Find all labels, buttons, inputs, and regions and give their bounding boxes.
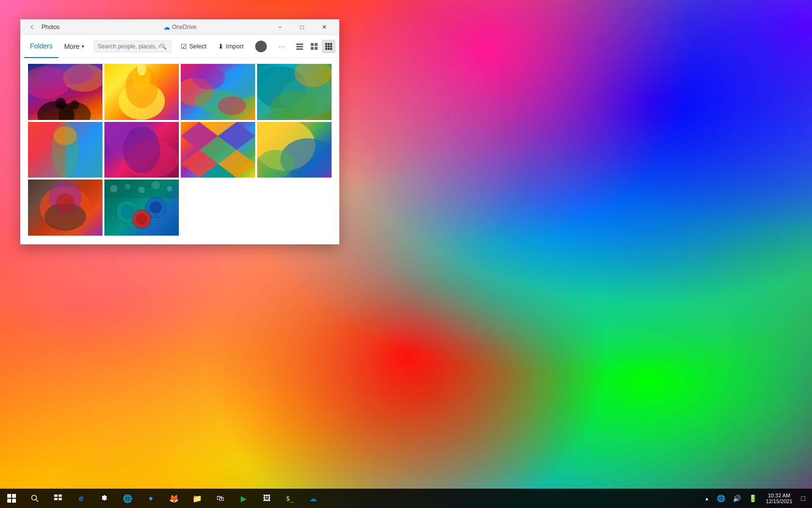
svg-point-63	[149, 201, 161, 213]
taskbar-apps: e 🌐 ● 🦊 📁 🛍 ▶ 🖼 $_ ☁	[70, 489, 325, 508]
svg-point-69	[151, 181, 160, 189]
svg-rect-0	[296, 44, 303, 45]
close-button[interactable]: ✕	[313, 19, 335, 35]
minimize-button[interactable]: −	[269, 19, 291, 35]
svg-point-30	[192, 66, 225, 90]
taskbar-photos-button[interactable]: 🖼	[255, 489, 278, 508]
person-button[interactable]	[251, 39, 271, 54]
photo-item[interactable]	[104, 122, 179, 178]
large-grid-button[interactable]	[322, 40, 335, 53]
select-icon: ☑	[181, 43, 187, 50]
svg-rect-79	[54, 498, 58, 500]
svg-point-39	[54, 126, 77, 145]
photo-item[interactable]	[28, 64, 102, 120]
select-button[interactable]: ☑ Select	[177, 41, 210, 52]
taskbar-edge-button[interactable]: e	[70, 489, 93, 508]
svg-rect-78	[58, 494, 62, 497]
svg-point-62	[121, 205, 135, 219]
svg-point-58	[56, 194, 75, 212]
toolbar-actions: ☑ Select ⬇ Import ···	[177, 39, 335, 54]
photo-item[interactable]	[257, 64, 332, 120]
svg-point-31	[218, 96, 246, 115]
show-hidden-icons-button[interactable]: ▲	[702, 495, 712, 502]
sound-icon[interactable]: 🔊	[730, 493, 744, 503]
svg-rect-74	[12, 499, 16, 503]
svg-rect-3	[311, 43, 314, 46]
notifications-button[interactable]: □	[798, 493, 808, 503]
svg-point-70	[167, 186, 173, 192]
tab-more[interactable]: More ▾	[60, 35, 88, 58]
svg-rect-77	[54, 494, 58, 497]
maximize-button[interactable]: □	[291, 19, 313, 35]
svg-rect-80	[58, 498, 62, 500]
onedrive-label: OneDrive	[172, 24, 197, 30]
taskbar-taskview-button[interactable]	[46, 489, 70, 508]
svg-point-67	[125, 184, 130, 190]
photo-item[interactable]	[28, 122, 102, 178]
taskbar-chrome-button[interactable]: ●	[139, 489, 162, 508]
photo-item[interactable]	[181, 64, 255, 120]
svg-rect-11	[328, 45, 330, 47]
svg-rect-4	[315, 43, 318, 46]
taskbar-system-tray: ▲ 🌐 🔊 🔋 10:32 AM 12/15/2021 □	[702, 489, 812, 508]
svg-rect-5	[311, 47, 314, 50]
svg-point-64	[136, 213, 147, 224]
svg-point-75	[32, 495, 37, 500]
window-controls: − □ ✕	[269, 19, 335, 35]
svg-line-76	[36, 500, 39, 502]
clock-date: 12/15/2021	[766, 498, 792, 504]
clock-time: 10:32 AM	[768, 493, 790, 498]
svg-point-66	[110, 185, 117, 193]
svg-point-54	[257, 149, 294, 178]
chevron-down-icon: ▾	[82, 44, 84, 49]
photo-item[interactable]	[257, 122, 332, 178]
import-icon: ⬇	[218, 43, 224, 50]
svg-rect-12	[330, 45, 332, 47]
photos-window: Photos ☁ OneDrive − □ ✕ Folders More ▾	[20, 19, 339, 244]
taskbar-files-button[interactable]: 📁	[186, 489, 209, 508]
photo-item[interactable]	[28, 179, 102, 236]
avatar-icon	[255, 41, 267, 52]
svg-rect-73	[7, 499, 11, 503]
back-button[interactable]	[24, 19, 40, 35]
system-clock[interactable]: 10:32 AM 12/15/2021	[762, 492, 796, 505]
title-bar: Photos ☁ OneDrive − □ ✕	[20, 19, 339, 35]
network-icon[interactable]: 🌐	[714, 493, 728, 503]
start-button[interactable]	[0, 489, 23, 508]
svg-rect-71	[7, 494, 11, 498]
taskbar-terminal-button[interactable]: $_	[278, 489, 302, 508]
search-input[interactable]	[98, 43, 160, 50]
photo-item[interactable]	[104, 179, 179, 236]
svg-rect-9	[330, 43, 332, 45]
taskbar-app1-button[interactable]: ▶	[232, 489, 255, 508]
taskbar-firefox-button[interactable]: 🦊	[162, 489, 186, 508]
svg-rect-2	[296, 48, 303, 50]
svg-point-34	[271, 92, 318, 120]
taskbar-chromium-button[interactable]: 🌐	[116, 489, 139, 508]
onedrive-indicator: ☁ OneDrive	[163, 23, 197, 31]
search-box[interactable]: 🔍	[94, 41, 172, 52]
list-view-button[interactable]	[293, 40, 306, 53]
photo-item[interactable]	[181, 122, 255, 178]
app-title: Photos	[42, 24, 269, 30]
battery-icon[interactable]: 🔋	[746, 493, 760, 503]
svg-point-42	[123, 126, 160, 173]
taskbar-store-button[interactable]: 🛍	[209, 489, 232, 508]
svg-point-18	[55, 98, 66, 109]
toolbar: Folders More ▾ 🔍 ☑ Select ⬇ Import ···	[20, 35, 339, 58]
svg-rect-1	[296, 46, 303, 47]
more-options-button[interactable]: ···	[275, 41, 289, 52]
medium-grid-button[interactable]	[307, 40, 321, 53]
taskbar-search-button[interactable]	[23, 489, 46, 508]
svg-point-19	[70, 100, 79, 109]
taskbar-cloud-button[interactable]: ☁	[302, 489, 325, 508]
taskbar-settings-button[interactable]	[93, 489, 116, 508]
tab-folders[interactable]: Folders	[24, 35, 58, 58]
import-button[interactable]: ⬇ Import	[214, 41, 247, 52]
taskbar: e 🌐 ● 🦊 📁 🛍 ▶ 🖼 $_ ☁ ▲ 🌐 🔊 🔋 10:32 AM 12…	[0, 489, 812, 508]
photo-item[interactable]	[104, 64, 179, 120]
onedrive-icon: ☁	[163, 23, 170, 31]
svg-rect-15	[330, 48, 332, 50]
svg-rect-14	[328, 48, 330, 50]
photo-content	[20, 58, 339, 244]
